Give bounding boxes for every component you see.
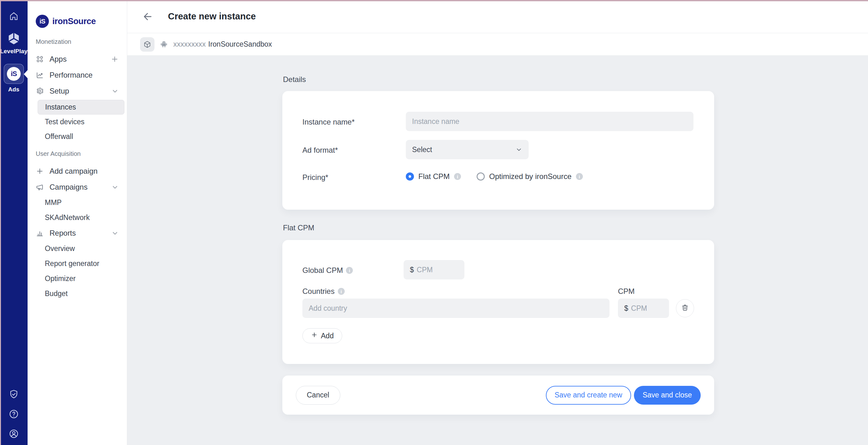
sidebar-item-budget[interactable]: Budget [28, 286, 127, 301]
ads-label: Ads [8, 86, 20, 93]
ironsource-logo-icon: iS [36, 15, 49, 28]
country-cpm-field-wrap: $ [618, 299, 669, 318]
info-icon[interactable]: i [346, 267, 353, 274]
flat-cpm-card: Global CPM i $ Countries i CPM $ [282, 240, 714, 364]
global-cpm-label-text: Global CPM [302, 266, 343, 275]
sidebar-item-label: Campaigns [50, 183, 87, 192]
info-icon[interactable]: i [338, 288, 345, 295]
shield-check-icon [8, 389, 19, 400]
sidebar-item-performance[interactable]: Performance [28, 67, 127, 83]
save-and-close-button[interactable]: Save and close [634, 386, 701, 405]
brand-logo[interactable]: iS ironSource [28, 0, 127, 33]
ads-tile: iS [4, 64, 24, 84]
info-icon[interactable]: i [576, 173, 583, 180]
sidebar-item-label: Performance [50, 71, 92, 79]
sidebar-item-add-campaign[interactable]: Add campaign [28, 163, 127, 179]
instance-name-input[interactable] [412, 117, 687, 126]
rail-levelplay[interactable]: LevelPlay [0, 31, 28, 55]
app-id-masked: xxxxxxxxx [173, 40, 206, 48]
home-icon [9, 11, 19, 21]
add-country-row-button[interactable]: Add [302, 328, 342, 343]
chevron-down-icon [111, 183, 119, 191]
chevron-down-icon [111, 229, 119, 237]
sidebar-item-setup[interactable]: Setup [28, 83, 127, 99]
sidebar-item-test-devices[interactable]: Test devices [28, 114, 127, 129]
bar-chart-icon [36, 229, 44, 237]
sidebar-item-offerwall[interactable]: Offerwall [28, 129, 127, 144]
section-monetization: Monetization [28, 38, 127, 45]
app-screen: LevelPlay iS Ads iS ironSour [0, 0, 868, 445]
ironsource-monogram-icon: iS [7, 67, 21, 81]
sidebar-item-skadnetwork[interactable]: SKAdNetwork [28, 210, 127, 225]
save-and-create-new-button[interactable]: Save and create new [546, 386, 631, 405]
sidebar-item-overview[interactable]: Overview [28, 241, 127, 256]
sidebar-item-label: Reports [50, 229, 76, 238]
back-arrow-icon[interactable] [143, 11, 153, 22]
sidebar-item-instances[interactable]: Instances [38, 100, 124, 114]
details-card: Instance name* Ad format* Select Pricing… [282, 91, 714, 210]
add-button-label: Add [321, 332, 334, 340]
plus-icon [311, 332, 318, 340]
ad-format-value: Select [412, 145, 432, 154]
product-rail: LevelPlay iS Ads [0, 0, 28, 445]
sidebar-item-report-generator[interactable]: Report generator [28, 256, 127, 271]
rail-help[interactable] [0, 409, 28, 419]
rail-account[interactable] [0, 429, 28, 439]
trash-icon [681, 304, 689, 313]
help-circle-icon [8, 409, 19, 419]
ad-format-select[interactable]: Select [406, 140, 529, 159]
android-icon [159, 40, 168, 49]
countries-header: Countries i [302, 287, 345, 296]
currency-prefix: $ [624, 304, 628, 313]
rail-security[interactable] [0, 389, 28, 400]
screen-edge-strip-left [0, 0, 1, 445]
form-content: Details Instance name* Ad format* Select… [127, 56, 868, 445]
plus-icon[interactable] [111, 55, 119, 63]
pricing-label: Pricing* [302, 173, 329, 182]
sidebar-item-apps[interactable]: Apps [28, 51, 127, 67]
sidebar-item-optimizer[interactable]: Optimizer [28, 271, 127, 286]
currency-prefix: $ [410, 266, 414, 274]
section-user-acquisition: User Acquisition [28, 150, 127, 158]
sidebar-item-reports[interactable]: Reports [28, 225, 127, 241]
app-context-bar: xxxxxxxxxIronSourceSandbox [127, 33, 868, 56]
flat-cpm-section-label: Flat CPM [283, 224, 314, 232]
sidebar-item-label: Apps [50, 55, 67, 64]
screen-edge-strip-top [0, 0, 868, 1]
country-cpm-input[interactable] [631, 304, 663, 313]
sidebar-item-mmp[interactable]: MMP [28, 195, 127, 210]
sidebar-item-label: Add campaign [50, 167, 97, 176]
sidebar-item-label: Setup [50, 87, 69, 96]
countries-header-text: Countries [302, 287, 335, 296]
rail-ads[interactable]: iS Ads [0, 64, 28, 93]
info-icon[interactable]: i [454, 173, 461, 180]
page-title: Create new instance [168, 11, 256, 22]
pricing-radio-group: Flat CPM i Optimized by ironSource i [406, 172, 583, 181]
app-identity: xxxxxxxxxIronSourceSandbox [173, 40, 272, 48]
ads-active-notch [24, 70, 28, 78]
app-name: IronSourceSandbox [208, 40, 272, 48]
account-icon [8, 429, 19, 439]
rail-home[interactable] [0, 11, 28, 21]
brand-name: ironSource [52, 16, 96, 26]
global-cpm-label: Global CPM i [302, 266, 353, 275]
levelplay-label: LevelPlay [0, 48, 28, 55]
add-country-input[interactable] [309, 304, 603, 313]
global-cpm-input[interactable] [417, 266, 458, 274]
cancel-button[interactable]: Cancel [296, 386, 340, 405]
flat-cpm-radio[interactable] [406, 172, 414, 180]
details-section-label: Details [283, 75, 306, 84]
sidebar-item-campaigns[interactable]: Campaigns [28, 179, 127, 195]
ad-format-label: Ad format* [302, 146, 338, 155]
sidebar: iS ironSource Monetization Apps Performa… [28, 0, 127, 445]
chevron-down-icon [111, 87, 119, 95]
optimized-radio[interactable] [476, 172, 485, 180]
country-field-wrap [302, 299, 610, 318]
app-cube-icon [140, 37, 154, 52]
optimized-radio-label: Optimized by ironSource [489, 172, 571, 181]
delete-row-button[interactable] [676, 299, 694, 317]
flat-cpm-radio-label: Flat CPM [418, 172, 450, 181]
plus-icon [36, 167, 44, 175]
instance-name-field-wrap [406, 112, 693, 131]
apps-grid-icon [36, 55, 44, 63]
